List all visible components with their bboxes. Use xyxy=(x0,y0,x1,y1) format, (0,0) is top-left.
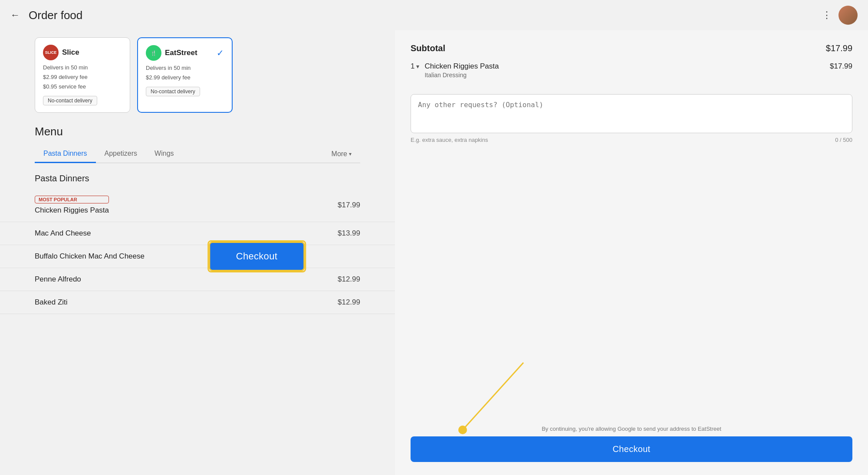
qty-wrapper: 1 ▾ xyxy=(411,62,419,71)
header-right: ⋮ xyxy=(822,6,858,25)
menu-category-title: Pasta Dinners xyxy=(0,163,395,189)
menu-item-name-0: Chicken Riggies Pasta xyxy=(35,206,109,215)
right-panel: Subtotal $17.99 1 ▾ Chicken Riggies Past… xyxy=(395,30,868,475)
tab-appetizers[interactable]: Appetizers xyxy=(96,145,146,163)
tab-wings[interactable]: Wings xyxy=(146,145,182,163)
floating-checkout-button[interactable]: Checkout xyxy=(209,242,305,271)
menu-item-price-0: $17.99 xyxy=(338,201,360,210)
svg-line-0 xyxy=(463,363,523,430)
checkout-area: By continuing, you're allowing Google to… xyxy=(411,426,852,462)
more-label: More xyxy=(332,150,347,158)
menu-item-buffalo-chicken[interactable]: Buffalo Chicken Mac And Cheese Checkout xyxy=(0,245,395,268)
notes-example: E.g. extra sauce, extra napkins xyxy=(411,137,488,143)
menu-section: Menu Pasta Dinners Appetizers Wings More… xyxy=(0,125,395,163)
menu-item-price-1: $13.99 xyxy=(338,229,360,238)
order-item-name: Chicken Riggies Pasta xyxy=(424,62,825,71)
slice-no-contact-badge: No-contact delivery xyxy=(43,96,97,105)
menu-item-name-4: Baked Ziti xyxy=(35,298,68,307)
menu-tabs: Pasta Dinners Appetizers Wings More ▾ xyxy=(35,145,360,163)
notes-count: 0 / 500 xyxy=(835,137,852,143)
menu-item-name-3: Penne Alfredo xyxy=(35,275,81,284)
menu-item-baked-ziti[interactable]: Baked Ziti $12.99 xyxy=(0,291,395,314)
notes-textarea[interactable] xyxy=(411,94,852,133)
header-left: ← Order food xyxy=(10,9,82,22)
subtotal-amount: $17.99 xyxy=(826,43,852,53)
eatstreet-no-contact-badge: No-contact delivery xyxy=(146,87,200,96)
header: ← Order food ⋮ xyxy=(0,0,868,30)
avatar[interactable] xyxy=(838,6,858,25)
menu-title: Menu xyxy=(35,125,360,138)
page-title: Order food xyxy=(29,9,82,22)
delivery-card-slice[interactable]: SLICE Slice Delivers in 50 min $2.99 del… xyxy=(35,37,130,113)
order-qty: 1 xyxy=(411,62,414,71)
menu-item-left-0: MOST POPULAR Chicken Riggies Pasta xyxy=(35,196,109,215)
arrow-annotation xyxy=(411,363,852,376)
menu-item-name-2: Buffalo Chicken Mac And Cheese xyxy=(35,252,145,261)
eatstreet-logo-icon: 🍴 xyxy=(151,50,157,56)
main-content: SLICE Slice Delivers in 50 min $2.99 del… xyxy=(0,30,868,475)
menu-item-price-3: $12.99 xyxy=(338,275,360,284)
eatstreet-delivery-info: Delivers in 50 min $2.99 delivery fee xyxy=(146,63,224,82)
checkout-disclaimer: By continuing, you're allowing Google to… xyxy=(411,426,852,432)
order-item-price: $17.99 xyxy=(830,62,852,71)
delivery-card-slice-header: SLICE Slice xyxy=(43,45,122,60)
qty-dropdown-icon[interactable]: ▾ xyxy=(416,63,419,70)
selected-check-icon: ✓ xyxy=(217,48,224,58)
order-item-customization: Italian Dressing xyxy=(424,72,825,79)
subtotal-row: Subtotal $17.99 xyxy=(411,43,852,53)
delivery-card-eatstreet-header: 🍴 EatStreet ✓ xyxy=(146,45,224,61)
slice-logo: SLICE xyxy=(43,45,59,60)
chevron-down-icon: ▾ xyxy=(349,151,352,157)
slice-brand-name: Slice xyxy=(62,48,79,57)
subtotal-label: Subtotal xyxy=(411,43,445,53)
eatstreet-logo: 🍴 xyxy=(146,45,161,61)
order-item-details: Chicken Riggies Pasta Italian Dressing xyxy=(424,62,825,79)
menu-item-chicken-riggies[interactable]: MOST POPULAR Chicken Riggies Pasta $17.9… xyxy=(0,189,395,222)
menu-item-name-1: Mac And Cheese xyxy=(35,229,91,238)
menu-item-penne-alfredo[interactable]: Penne Alfredo $12.99 xyxy=(0,268,395,291)
eatstreet-brand-name: EatStreet xyxy=(165,49,197,57)
left-panel: SLICE Slice Delivers in 50 min $2.99 del… xyxy=(0,30,395,475)
brand-eatstreet: 🍴 EatStreet xyxy=(146,45,197,61)
popular-badge: MOST POPULAR xyxy=(35,196,109,203)
menu-item-price-4: $12.99 xyxy=(338,298,360,307)
order-item-0: 1 ▾ Chicken Riggies Pasta Italian Dressi… xyxy=(411,62,852,79)
menu-item-mac-cheese[interactable]: Mac And Cheese $13.99 xyxy=(0,222,395,245)
slice-delivery-info: Delivers in 50 min $2.99 delivery fee $0… xyxy=(43,63,122,92)
checkout-button[interactable]: Checkout xyxy=(411,436,852,462)
brand-slice: SLICE Slice xyxy=(43,45,79,60)
slice-logo-text: SLICE xyxy=(45,50,57,55)
tab-pasta-dinners[interactable]: Pasta Dinners xyxy=(35,145,96,163)
notes-hints: E.g. extra sauce, extra napkins 0 / 500 xyxy=(411,137,852,143)
delivery-card-eatstreet[interactable]: 🍴 EatStreet ✓ Delivers in 50 min $2.99 d… xyxy=(137,37,233,113)
back-button[interactable]: ← xyxy=(10,10,20,21)
delivery-options: SLICE Slice Delivers in 50 min $2.99 del… xyxy=(0,30,395,121)
more-options-icon[interactable]: ⋮ xyxy=(822,10,832,21)
tab-more[interactable]: More ▾ xyxy=(323,146,360,162)
